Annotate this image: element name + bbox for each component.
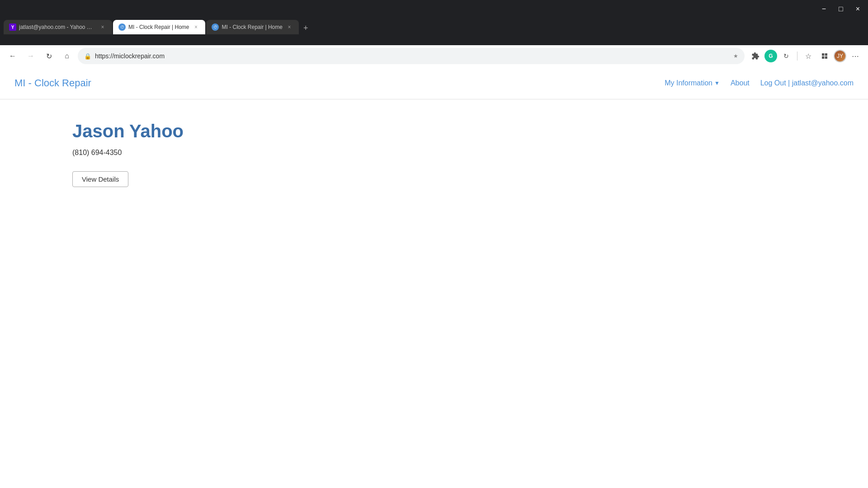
svg-rect-1 xyxy=(825,53,827,56)
new-tab-button[interactable]: + xyxy=(300,22,312,34)
site-main: Jason Yahoo (810) 694-4350 View Details xyxy=(0,99,868,209)
reload-button[interactable]: ↻ xyxy=(42,49,56,63)
extensions-button[interactable] xyxy=(748,49,763,63)
logout-link[interactable]: Log Out | jatlast@yahoo.com xyxy=(760,79,854,87)
svg-rect-2 xyxy=(822,56,824,59)
clock-favicon-icon-2: ⏱ xyxy=(212,23,219,31)
browser-chrome: − □ × Y jatlast@yahoo.com - Yahoo Mail ×… xyxy=(0,0,868,45)
maximize-button[interactable]: □ xyxy=(834,4,848,14)
tab-label-yahoo: jatlast@yahoo.com - Yahoo Mail xyxy=(19,24,96,30)
tab-clock-repair-2[interactable]: ⏱ MI - Clock Repair | Home × xyxy=(206,20,298,34)
site-wrapper: MI - Clock Repair My Information ▼ About… xyxy=(0,67,868,209)
tab-favicon-clock-2: ⏱ xyxy=(212,23,219,31)
profile-button[interactable]: JY xyxy=(834,50,846,62)
lock-icon: 🔒 xyxy=(84,53,91,60)
back-button[interactable]: ← xyxy=(5,49,20,63)
window-controls: − □ × xyxy=(817,4,864,14)
close-button[interactable]: × xyxy=(851,4,864,14)
address-text: https://miclockrepair.com xyxy=(95,52,730,60)
grammarly-reload-button[interactable]: ↻ xyxy=(779,49,793,63)
grammarly-button[interactable]: G xyxy=(764,50,777,62)
profile-avatar: JY xyxy=(835,51,845,61)
favorites-button[interactable]: ☆ xyxy=(801,49,816,63)
my-information-link[interactable]: My Information ▼ xyxy=(665,79,720,87)
browser-actions: G ↻ ☆ JY ⋯ xyxy=(748,49,863,63)
minimize-button[interactable]: − xyxy=(817,4,830,14)
my-information-label: My Information xyxy=(665,79,712,87)
tab-yahoo-mail[interactable]: Y jatlast@yahoo.com - Yahoo Mail × xyxy=(4,20,112,34)
tab-label-clock-2: MI - Clock Repair | Home xyxy=(222,24,282,30)
collections-button[interactable] xyxy=(817,49,832,63)
yahoo-favicon-icon: Y xyxy=(9,23,16,31)
site-brand-link[interactable]: MI - Clock Repair xyxy=(14,77,91,89)
svg-rect-3 xyxy=(825,56,827,59)
tab-close-yahoo[interactable]: × xyxy=(99,23,107,31)
tab-favicon-clock-1: ⏱ xyxy=(118,23,126,31)
toolbar-divider xyxy=(797,52,797,61)
address-bar-row: ← → ↻ ⌂ 🔒 https://miclockrepair.com ★ G … xyxy=(0,45,868,67)
customer-name: Jason Yahoo xyxy=(72,121,796,141)
tab-label-clock-1: MI - Clock Repair | Home xyxy=(128,24,189,30)
view-details-button[interactable]: View Details xyxy=(72,171,128,187)
tab-close-clock-1[interactable]: × xyxy=(192,23,200,31)
tab-close-clock-2[interactable]: × xyxy=(285,23,293,31)
forward-button[interactable]: → xyxy=(24,49,38,63)
site-navbar: MI - Clock Repair My Information ▼ About… xyxy=(0,67,868,99)
customer-phone: (810) 694-4350 xyxy=(72,149,796,157)
star-icon: ★ xyxy=(733,53,738,59)
clock-favicon-icon-1: ⏱ xyxy=(118,23,126,31)
my-information-dropdown-icon: ▼ xyxy=(714,80,720,86)
address-bar[interactable]: 🔒 https://miclockrepair.com ★ xyxy=(78,48,745,64)
svg-rect-0 xyxy=(822,53,824,56)
home-button[interactable]: ⌂ xyxy=(60,49,74,63)
tab-bar: Y jatlast@yahoo.com - Yahoo Mail × ⏱ MI … xyxy=(0,18,868,34)
tab-clock-repair-1[interactable]: ⏱ MI - Clock Repair | Home × xyxy=(113,20,205,34)
tab-favicon-yahoo: Y xyxy=(9,23,16,31)
about-link[interactable]: About xyxy=(731,79,750,87)
title-bar: − □ × xyxy=(0,0,868,18)
menu-button[interactable]: ⋯ xyxy=(848,49,863,63)
site-nav-links: My Information ▼ About Log Out | jatlast… xyxy=(665,79,854,87)
